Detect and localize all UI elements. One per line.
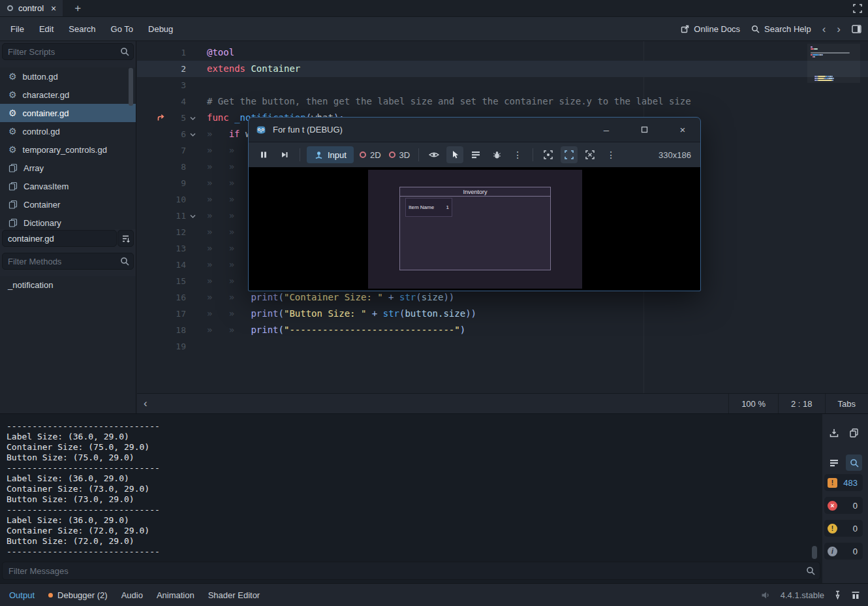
more-options-icon[interactable]: ⋮ [509, 146, 526, 163]
code-line[interactable]: 3 [137, 77, 868, 93]
line-number[interactable]: 1 [137, 44, 186, 61]
window-options-icon[interactable]: ⋮ [602, 146, 619, 163]
script-list-item[interactable]: Dictionary [0, 214, 136, 229]
keep-aspect-icon[interactable] [561, 146, 578, 163]
code-line[interactable]: 1@tool [137, 44, 868, 61]
panel-layout-icon[interactable] [852, 25, 861, 33]
output-scrollbar[interactable] [812, 546, 817, 559]
inventory-item-button[interactable]: Item Name 1 [405, 198, 452, 217]
script-list-item[interactable]: CanvasItem [0, 177, 136, 195]
errors-count-badge[interactable]: × 0 [824, 497, 863, 514]
line-number[interactable]: 4 [137, 93, 186, 110]
expand-bottom-panel-icon[interactable] [851, 591, 860, 599]
pause-game-icon[interactable] [255, 146, 272, 163]
selection-list-icon[interactable] [467, 146, 484, 163]
line-number[interactable]: 17 [137, 306, 186, 322]
tab-debugger[interactable]: Debugger (2) [48, 590, 108, 600]
collapse-sidebar-icon[interactable]: ‹ [144, 397, 147, 410]
tab-audio[interactable]: Audio [121, 590, 143, 600]
line-number[interactable]: 3 [137, 77, 186, 93]
line-number[interactable]: 2 [137, 61, 186, 77]
copy-log-icon[interactable] [846, 424, 862, 441]
close-window-icon[interactable]: × [671, 118, 694, 142]
select-cursor-icon[interactable] [446, 146, 463, 163]
search-log-icon[interactable] [846, 455, 862, 471]
messages-count-badge[interactable]: ! 483 [824, 474, 863, 491]
minimize-window-icon[interactable]: – [595, 118, 618, 142]
line-number[interactable]: 12 [137, 224, 186, 240]
filter-methods-input[interactable] [2, 253, 134, 270]
bug-icon[interactable] [488, 146, 505, 163]
code-line[interactable]: 4# Get the button, then get the label si… [137, 93, 868, 110]
script-list-item[interactable]: Array [0, 159, 136, 177]
maximize-window-icon[interactable] [632, 118, 656, 142]
code-minimap[interactable] [807, 44, 860, 83]
line-number[interactable]: 14 [137, 257, 186, 273]
method-item[interactable]: _notification [0, 276, 136, 293]
camera-2d-button[interactable]: 2D [358, 146, 383, 163]
line-number[interactable]: 7 [137, 142, 186, 159]
input-mode-button[interactable]: Input [307, 146, 354, 163]
script-list-item[interactable]: ⚙button.gd [0, 67, 136, 86]
menu-goto[interactable]: Go To [110, 22, 134, 36]
camera-3d-button[interactable]: 3D [387, 146, 412, 163]
tab-shader-editor[interactable]: Shader Editor [208, 590, 260, 600]
tab-animation[interactable]: Animation [157, 590, 194, 600]
eye-icon[interactable] [426, 146, 442, 163]
script-list-item[interactable]: Container [0, 195, 136, 214]
line-number[interactable]: 9 [137, 175, 186, 191]
volume-muted-icon[interactable] [761, 591, 771, 599]
script-list-item[interactable]: ⚙temporary_controls.gd [0, 140, 136, 159]
add-script-tab-button[interactable]: + [74, 3, 81, 14]
game-window-titlebar[interactable]: For fun t (DEBUG) – × [249, 118, 700, 142]
filter-messages-input[interactable] [2, 562, 820, 580]
next-frame-icon[interactable] [276, 146, 293, 163]
game-debug-window[interactable]: For fun t (DEBUG) – × Input 2D 3D ⋮ ⋮ 33 [248, 117, 701, 291]
code-line[interactable]: 18»»print("-----------------------------… [137, 322, 868, 338]
fold-icon[interactable] [189, 115, 196, 122]
code-line[interactable]: 16»»print("Container Size: " + str(size)… [137, 289, 868, 306]
code-line[interactable]: 2extends Container [137, 61, 868, 77]
script-list-item[interactable]: ⚙control.gd [0, 122, 136, 140]
tab-output[interactable]: Output [9, 590, 35, 600]
fold-icon[interactable] [189, 131, 196, 138]
warnings-count-badge[interactable]: ! 0 [824, 520, 863, 537]
save-log-icon[interactable] [826, 424, 842, 441]
focus-game-icon[interactable] [540, 146, 557, 163]
tab-control[interactable]: control × [0, 0, 63, 16]
code-line[interactable]: 17»»print("Button Size: " + str(button.s… [137, 306, 868, 322]
info-count-badge[interactable]: i 0 [824, 543, 863, 560]
line-number[interactable]: 10 [137, 191, 186, 208]
zoom-level[interactable]: 100 % [728, 394, 778, 413]
script-list-item[interactable]: ⚙character.gd [0, 86, 136, 104]
line-number[interactable]: 6 [137, 126, 186, 142]
line-number[interactable]: 13 [137, 240, 186, 257]
line-number[interactable]: 16 [137, 289, 186, 306]
script-list-item[interactable]: ⚙container.gd [0, 104, 136, 122]
indent-type[interactable]: Tabs [825, 394, 868, 413]
game-viewport[interactable]: Inventory Item Name 1 [249, 167, 700, 291]
script-path-input[interactable] [2, 230, 117, 247]
filter-scripts-input[interactable] [2, 43, 134, 60]
sort-methods-icon[interactable] [117, 230, 134, 247]
close-tab-icon[interactable]: × [51, 3, 56, 14]
history-back-icon[interactable]: ‹ [822, 24, 826, 35]
fullscreen-icon[interactable] [581, 146, 598, 163]
online-docs-button[interactable]: Online Docs [681, 24, 740, 34]
script-list-scrollbar[interactable] [129, 68, 133, 106]
line-number[interactable]: 18 [137, 322, 186, 338]
line-number[interactable]: 11 [137, 208, 186, 224]
pin-bottom-panel-icon[interactable] [834, 590, 841, 599]
menu-debug[interactable]: Debug [147, 22, 174, 36]
line-number[interactable]: 19 [137, 338, 186, 355]
code-line[interactable]: 19 [137, 338, 868, 355]
menu-search[interactable]: Search [67, 22, 97, 36]
line-number[interactable]: 15 [137, 273, 186, 289]
search-help-button[interactable]: Search Help [751, 24, 811, 34]
float-panel-icon[interactable] [853, 4, 862, 13]
menu-file[interactable]: File [9, 22, 25, 36]
history-forward-icon[interactable]: › [837, 24, 841, 35]
fold-icon[interactable] [189, 213, 196, 220]
menu-edit[interactable]: Edit [38, 22, 55, 36]
line-number[interactable]: 8 [137, 159, 186, 175]
